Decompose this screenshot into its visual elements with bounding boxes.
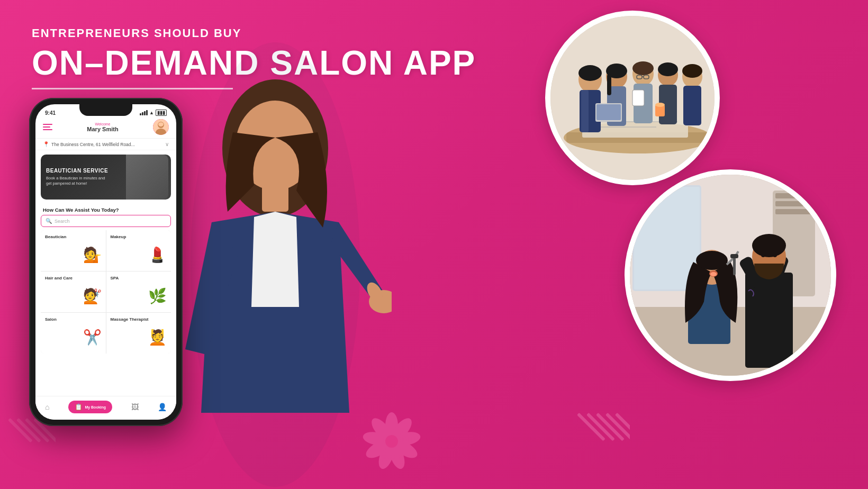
svg-point-34 — [364, 280, 386, 305]
search-placeholder: Search — [55, 219, 70, 224]
flower-decoration — [360, 410, 423, 473]
massage-emoji: 💆 — [148, 329, 167, 346]
massage-icon-area: 💆 — [111, 324, 167, 350]
banner-bg-illustration — [126, 155, 168, 200]
service-label-spa: SPA — [111, 276, 167, 280]
makeup-emoji: 💄 — [148, 246, 167, 264]
phone-mockup: 9:41 ▲ ▮▮▮ — [29, 98, 183, 468]
svg-point-60 — [682, 64, 702, 78]
signal-bar-3 — [144, 111, 146, 115]
service-cell-salon[interactable]: Salon ✂️ — [41, 313, 106, 354]
booking-nav-label: My Booking — [85, 405, 106, 409]
nav-home[interactable]: ⌂ — [45, 403, 49, 411]
svg-point-33 — [369, 290, 392, 313]
service-banner: BEAUTICIAN SERVICE Book a Beautician in … — [41, 155, 171, 200]
woman-illustration — [159, 42, 392, 487]
makeup-icon-area: 💄 — [111, 241, 167, 268]
bottom-navigation: ⌂ 📋 My Booking 🖼 👤 — [35, 396, 176, 420]
search-box[interactable]: 🔍 Search — [41, 215, 171, 227]
svg-point-65 — [655, 103, 665, 107]
gallery-nav-icon: 🖼 — [131, 403, 139, 411]
woman-figure — [159, 42, 392, 487]
svg-point-44 — [578, 65, 602, 81]
service-label-hair: Hair and Care — [45, 276, 102, 280]
status-icons: ▲ ▮▮▮ — [140, 110, 167, 116]
service-cell-hair[interactable]: Hair and Care 💇 — [41, 271, 106, 312]
hamburger-line-3 — [43, 129, 52, 130]
headline-area: ENTREPRENEURS SHOULD BUY ON–DEMAND SALON… — [32, 26, 476, 89]
hair-emoji: 💇 — [83, 287, 102, 305]
service-label-massage: Massage Therapist — [111, 317, 167, 322]
svg-rect-72 — [775, 209, 812, 214]
nav-profile[interactable]: 👤 — [158, 403, 167, 411]
salon-emoji: ✂️ — [83, 329, 102, 346]
main-title: ON–DEMAND SALON APP — [32, 44, 476, 82]
welcome-section: Welcome Mary Smith — [87, 122, 118, 132]
banner-content: BEAUTICIAN SERVICE Book a Beautician in … — [46, 168, 110, 187]
profile-nav-icon: 👤 — [158, 403, 167, 411]
salon-scene — [630, 175, 836, 381]
banner-title: BEAUTICIAN SERVICE — [46, 168, 110, 174]
beautician-emoji: 💁 — [83, 246, 102, 264]
stripe-decoration-bottom-right — [577, 394, 630, 447]
title-underline — [32, 88, 233, 89]
user-name: Mary Smith — [87, 126, 118, 132]
svg-rect-59 — [683, 86, 701, 125]
svg-rect-43 — [581, 90, 589, 132]
salon-icon-area: ✂️ — [45, 324, 102, 350]
signal-bar-1 — [140, 113, 141, 115]
location-text: The Business Centre, 61 Wellfield Road..… — [51, 142, 163, 147]
user-avatar — [153, 119, 169, 135]
service-cell-beautician[interactable]: Beautician 💁 — [41, 230, 106, 271]
signal-bar-2 — [142, 112, 143, 115]
svg-rect-87 — [733, 257, 736, 275]
nav-my-booking[interactable]: 📋 My Booking — [68, 401, 112, 413]
svg-point-79 — [710, 272, 717, 276]
business-team-scene — [550, 16, 720, 185]
svg-point-84 — [752, 234, 786, 257]
nav-gallery[interactable]: 🖼 — [131, 403, 139, 411]
service-grid: Beautician 💁 Makeup 💄 Hair and Care — [41, 230, 171, 354]
phone-screen: 9:41 ▲ ▮▮▮ — [35, 104, 176, 420]
svg-rect-62 — [596, 104, 621, 120]
status-time: 9:41 — [45, 110, 56, 116]
svg-point-51 — [632, 61, 654, 75]
svg-point-57 — [658, 62, 678, 76]
service-cell-makeup[interactable]: Makeup 💄 — [106, 230, 171, 271]
subtitle-text: ENTREPRENEURS SHOULD BUY — [32, 26, 476, 40]
signal-bars — [140, 110, 148, 115]
svg-point-30 — [222, 79, 328, 217]
app-header: Welcome Mary Smith — [35, 117, 176, 139]
booking-nav-icon: 📋 — [75, 403, 83, 411]
hamburger-line-1 — [43, 124, 52, 125]
svg-rect-80 — [745, 273, 793, 368]
svg-rect-70 — [775, 193, 812, 198]
svg-rect-63 — [632, 90, 644, 106]
phone-outer-frame: 9:41 ▲ ▮▮▮ — [29, 98, 183, 426]
svg-point-77 — [696, 251, 728, 270]
service-cell-massage[interactable]: Massage Therapist 💆 — [106, 313, 171, 354]
spa-emoji: 🌿 — [148, 287, 167, 305]
svg-point-86 — [773, 253, 777, 257]
service-label-makeup: Makeup — [111, 234, 167, 239]
svg-point-31 — [236, 101, 315, 191]
circle-image-business-team — [545, 11, 720, 185]
banner-description: Book a Beautician in minutes and get pam… — [46, 176, 110, 187]
avatar-image — [153, 119, 169, 135]
battery-icon: ▮▮▮ — [156, 110, 167, 116]
location-bar[interactable]: 📍 The Business Centre, 61 Wellfield Road… — [35, 139, 176, 150]
spa-icon-area: 🌿 — [111, 283, 167, 309]
hamburger-menu-icon[interactable] — [43, 124, 52, 130]
svg-point-28 — [158, 122, 164, 126]
signal-bar-4 — [146, 110, 148, 115]
wifi-icon: ▲ — [149, 110, 154, 115]
service-label-beautician: Beautician — [45, 234, 102, 239]
service-cell-spa[interactable]: SPA 🌿 — [106, 271, 171, 312]
beautician-icon-area: 💁 — [45, 241, 102, 268]
svg-point-24 — [385, 435, 398, 448]
phone-notch — [79, 104, 132, 116]
location-chevron-icon: ∨ — [165, 141, 169, 147]
main-container: ENTREPRENEURS SHOULD BUY ON–DEMAND SALON… — [0, 0, 868, 489]
svg-point-85 — [761, 253, 765, 257]
svg-rect-32 — [262, 185, 288, 212]
